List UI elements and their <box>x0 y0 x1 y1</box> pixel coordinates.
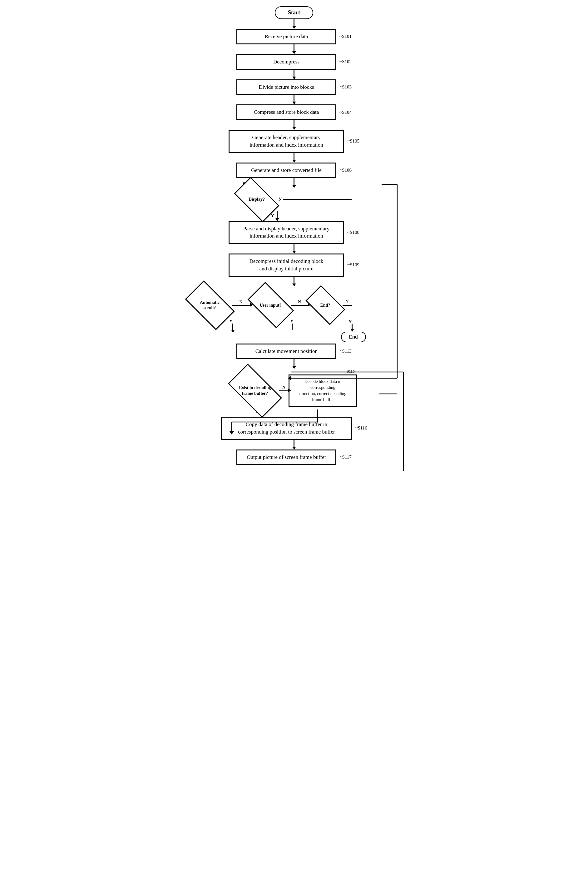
s117-step: ~S117 <box>339 454 351 460</box>
s101-box: Receive picture data <box>236 29 336 44</box>
s110-y-arrow <box>231 323 235 332</box>
s106-label: Generate and store converted file <box>251 167 322 173</box>
s110-y-label-row: Y <box>230 319 232 323</box>
s115-col: S115 Decode block data in correspondingd… <box>288 369 357 407</box>
s116-step: ~S116 <box>355 426 367 431</box>
s111-text: User input? <box>260 302 281 308</box>
start-label: Start <box>275 6 313 19</box>
arrow-s109-s110 <box>292 277 296 286</box>
s113-row: Calculate movement position ~S113 <box>236 343 351 359</box>
s106-row: Generate and store converted file ~S106 <box>236 162 352 178</box>
s104-box: Compress and store block data <box>236 104 336 120</box>
s110-diamond: Automaticscroll? <box>188 292 232 319</box>
s107-n-line <box>283 199 352 200</box>
arrow-s106-s107 <box>292 178 296 188</box>
s112-diamond: End? <box>308 294 342 316</box>
arrow-s101-s102 <box>292 44 296 54</box>
start-node: Start <box>275 6 313 19</box>
s113-box: Calculate movement position <box>236 343 336 359</box>
s111-n-arrow: N <box>291 290 308 315</box>
s107-y-label: Y <box>271 214 274 218</box>
s107-n-label: N <box>279 197 282 202</box>
s112-y-section: Y End <box>335 319 366 342</box>
s103-box: Divide picture into blocks <box>236 80 336 95</box>
s116-label: Copy data of decoding frame buffer incor… <box>238 421 335 435</box>
s110-text: Automaticscroll? <box>200 300 219 311</box>
s117-box: Output picture of screen frame buffer <box>236 450 336 465</box>
s103-row: Divide picture into blocks ~S103 <box>236 80 352 95</box>
s107-n-arrow: N <box>279 197 352 202</box>
s112-n-label: N <box>346 299 348 304</box>
s111-col: S111 User input? <box>250 287 291 317</box>
end-label: End <box>341 332 366 342</box>
s109-row: Decompress initial decoding blockand dis… <box>229 254 359 277</box>
s108-box: Parse and display header, supplementaryi… <box>229 221 344 244</box>
s112-n-line <box>342 305 352 306</box>
s111-y-arrow <box>292 323 293 330</box>
s115-label: Decode block data in correspondingdirect… <box>300 379 346 402</box>
s110-y-label: Y <box>230 319 232 323</box>
end-oval: End <box>341 332 366 342</box>
s110-n-arrow: N <box>232 289 250 316</box>
s108-row: Parse and display header, supplementaryi… <box>229 221 359 244</box>
s111-n-line <box>291 305 308 306</box>
s111-y-label-row: Y <box>290 319 293 323</box>
s106-box: Generate and store converted file <box>236 162 336 178</box>
s107-text: Display? <box>249 197 265 202</box>
s115-step-label: S115 <box>346 369 355 374</box>
s107-row: S107 Display? N <box>236 188 352 211</box>
s105-row: Generate header, supplementaryinformatio… <box>229 130 359 153</box>
s101-label: Receive picture data <box>265 33 308 39</box>
s108-label: Parse and display header, supplementaryi… <box>243 226 330 239</box>
s109-box: Decompress initial decoding blockand dis… <box>229 254 344 277</box>
arrow-s102-s103 <box>292 70 296 80</box>
s110-n-line <box>232 305 250 306</box>
flowchart: Start Receive picture data ~S101 Decompr… <box>185 6 404 465</box>
s104-step: ~S104 <box>339 110 352 115</box>
s114-text: Exist in decodingframe buffer? <box>239 385 271 396</box>
s112-y-arrow <box>350 324 354 332</box>
s102-label: Decompress <box>273 59 300 65</box>
s113-section: Calculate movement position ~S113 <box>185 342 404 369</box>
s102-step: ~S102 <box>339 59 352 65</box>
s104-row: Compress and store block data ~S104 <box>236 104 352 120</box>
s107-section: S107 Display? N Y <box>185 188 404 221</box>
s114-n-arrowhead <box>288 388 291 392</box>
s110-n-label: N <box>240 299 242 304</box>
s116-box: Copy data of decoding frame buffer incor… <box>221 417 352 440</box>
s105-label: Generate header, supplementaryinformatio… <box>249 134 323 148</box>
s102-row: Decompress ~S102 <box>236 54 352 70</box>
s112-y-label: Y <box>349 319 352 324</box>
s113-label: Calculate movement position <box>255 348 318 354</box>
arrow-s105-s106 <box>292 153 296 162</box>
s114-diamond: Exist in decodingframe buffer? <box>231 377 279 405</box>
arrow-s103-s104 <box>292 95 296 104</box>
s111-y-label: Y <box>290 319 293 323</box>
three-diamonds-section: S110 Automaticscroll? N S111 <box>185 286 404 342</box>
s105-box: Generate header, supplementaryinformatio… <box>229 130 344 153</box>
s111-n-label: N <box>298 299 301 304</box>
s109-label: Decompress initial decoding blockand dis… <box>249 258 324 272</box>
s117-label: Output picture of screen frame buffer <box>247 454 326 460</box>
s114-n-line <box>279 390 288 391</box>
arrow-s104-s105 <box>292 120 296 130</box>
s112-y-label-row: Y <box>349 319 352 324</box>
s101-step: ~S101 <box>339 34 352 39</box>
s103-step: ~S103 <box>339 84 352 90</box>
arrow-s113-s114 <box>292 359 296 369</box>
s105-step: ~S105 <box>347 138 359 144</box>
arrow-s108-s109 <box>292 244 296 254</box>
s112-text: End? <box>320 302 330 308</box>
s115-box: Decode block data in correspondingdirect… <box>288 375 357 407</box>
s113-step: ~S113 <box>339 349 351 354</box>
three-diamonds-row: S110 Automaticscroll? N S111 <box>185 286 404 319</box>
s104-label: Compress and store block data <box>254 109 319 115</box>
s111-diamond: User input? <box>250 293 291 317</box>
s116-row: Copy data of decoding frame buffer incor… <box>221 417 367 440</box>
s109-step: ~S109 <box>347 262 359 268</box>
s112-col: S112 End? <box>308 289 342 316</box>
s110-col: S110 Automaticscroll? <box>188 286 232 319</box>
s108-step: ~S108 <box>347 230 359 235</box>
s106-step: ~S106 <box>339 167 352 173</box>
arrow-s116-s117 <box>292 440 296 450</box>
